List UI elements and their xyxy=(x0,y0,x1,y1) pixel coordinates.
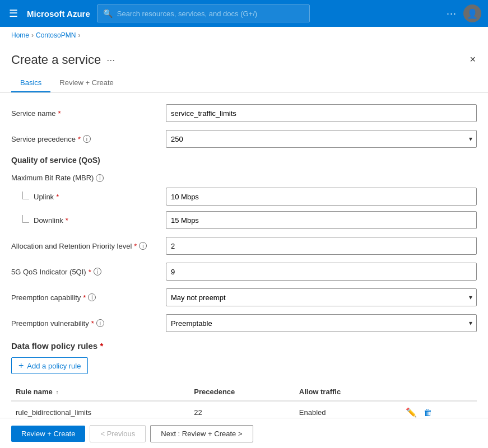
col-actions xyxy=(401,383,477,401)
preemption-cap-label: Preemption capability * i xyxy=(11,293,157,302)
qos-indicator-info-icon[interactable]: i xyxy=(94,268,101,276)
service-precedence-select[interactable]: 250 xyxy=(166,130,477,148)
previous-button[interactable]: < Previous xyxy=(90,425,146,442)
preemption-cap-row: Preemption capability * i May not preemp… xyxy=(11,288,477,306)
downlink-input[interactable] xyxy=(166,211,477,229)
panel-header: Create a service ··· Basics Review + Cre… xyxy=(0,44,488,93)
search-bar[interactable]: 🔍 xyxy=(97,4,310,22)
preemption-cap-select[interactable]: May not preempt May preempt xyxy=(166,288,477,306)
mbr-label-row: Maximum Bit Rate (MBR) i xyxy=(11,174,477,182)
breadcrumb-parent[interactable]: ContosoPMN xyxy=(36,31,76,39)
next-review-create-button[interactable]: Next : Review + Create > xyxy=(150,425,253,442)
mbr-info-icon[interactable]: i xyxy=(96,174,104,182)
col-precedence: Precedence xyxy=(189,383,294,401)
tab-review-create[interactable]: Review + Create xyxy=(50,74,122,92)
uplink-input[interactable] xyxy=(166,188,477,206)
qos-section-header: Quality of service (QoS) xyxy=(11,156,477,165)
preemption-cap-select-wrapper: May not preempt May preempt ▾ xyxy=(166,288,477,306)
sort-arrow-icon: ↑ xyxy=(55,389,58,395)
policy-rules-section-title: Data flow policy rules * xyxy=(11,341,477,351)
cell-allow-traffic: Enabled xyxy=(295,401,401,418)
cell-actions: ✏️ 🗑 xyxy=(401,401,477,418)
qos-indicator-label: 5G QoS Indicator (5QI) * i xyxy=(11,268,157,276)
more-options-icon[interactable]: ··· xyxy=(447,8,457,20)
service-precedence-select-wrapper: 250 ▾ xyxy=(166,130,477,148)
breadcrumb-sep-2: › xyxy=(78,31,80,39)
panel-title-row: Create a service ··· xyxy=(11,53,123,67)
plus-icon: + xyxy=(18,361,24,371)
add-policy-rule-button[interactable]: + Add a policy rule xyxy=(11,357,88,374)
col-allow-traffic: Allow traffic xyxy=(295,383,401,401)
top-navigation: ☰ Microsoft Azure 🔍 ··· 👤 xyxy=(0,0,488,27)
preemption-vuln-select[interactable]: Preemptable Not preemptable xyxy=(166,314,477,332)
uplink-row: Uplink * xyxy=(22,188,477,206)
search-icon: 🔍 xyxy=(103,9,113,18)
mbr-group: Maximum Bit Rate (MBR) i Uplink * Downl xyxy=(11,174,477,229)
hamburger-menu-icon[interactable]: ☰ xyxy=(7,5,20,22)
preemption-cap-info-icon[interactable]: i xyxy=(88,293,96,301)
arp-info-icon[interactable]: i xyxy=(139,242,147,250)
service-name-input[interactable] xyxy=(166,104,477,122)
qos-indicator-row: 5G QoS Indicator (5QI) * i xyxy=(11,263,477,281)
tab-basics[interactable]: Basics xyxy=(11,74,50,92)
app-title: Microsoft Azure xyxy=(27,9,90,18)
arp-input[interactable] xyxy=(166,237,477,255)
breadcrumb: Home › ContosoPMN › xyxy=(0,27,488,44)
tab-bar: Basics Review + Create xyxy=(11,74,123,92)
cell-rule-name: rule_bidirectional_limits xyxy=(11,401,189,418)
arp-label: Allocation and Retention Priority level … xyxy=(11,242,157,250)
table-row: rule_bidirectional_limits 22 Enabled ✏️ … xyxy=(11,401,477,418)
downlink-label: Downlink * xyxy=(22,216,157,225)
main-panel: Create a service ··· Basics Review + Cre… xyxy=(0,44,488,448)
review-create-button[interactable]: Review + Create xyxy=(11,426,85,442)
search-input[interactable] xyxy=(117,10,304,18)
panel-more-icon[interactable]: ··· xyxy=(106,54,115,66)
col-rule-name[interactable]: Rule name ↑ xyxy=(11,383,189,401)
edit-icon[interactable]: ✏️ xyxy=(406,407,417,418)
close-icon[interactable]: × xyxy=(468,53,477,67)
preemption-vuln-label: Preemption vulnerability * i xyxy=(11,319,157,328)
downlink-row: Downlink * xyxy=(22,211,477,229)
mbr-indent-group: Uplink * Downlink * xyxy=(22,188,477,229)
service-precedence-label: Service precedence * i xyxy=(11,135,157,143)
breadcrumb-sep-1: › xyxy=(31,31,34,39)
service-precedence-info-icon[interactable]: i xyxy=(83,135,91,143)
avatar-icon: 👤 xyxy=(467,8,478,19)
bottom-bar: Review + Create < Previous Next : Review… xyxy=(0,418,488,448)
tree-line-uplink xyxy=(22,192,29,199)
panel-title: Create a service xyxy=(11,53,101,67)
preemption-vuln-select-wrapper: Preemptable Not preemptable ▾ xyxy=(166,314,477,332)
mbr-label: Maximum Bit Rate (MBR) xyxy=(11,174,94,182)
qos-indicator-input[interactable] xyxy=(166,263,477,281)
service-precedence-row: Service precedence * i 250 ▾ xyxy=(11,130,477,148)
form-content: Service name * Service precedence * i 25… xyxy=(0,93,488,418)
table-header-row: Rule name ↑ Precedence Allow traffic xyxy=(11,383,477,401)
service-name-row: Service name * xyxy=(11,104,477,122)
required-marker: * xyxy=(58,109,61,118)
cell-precedence: 22 xyxy=(189,401,294,418)
tree-line-downlink xyxy=(22,215,29,223)
preemption-vuln-row: Preemption vulnerability * i Preemptable… xyxy=(11,314,477,332)
avatar[interactable]: 👤 xyxy=(463,4,481,22)
delete-icon[interactable]: 🗑 xyxy=(424,408,433,418)
breadcrumb-home[interactable]: Home xyxy=(11,31,29,39)
policy-rules-table: Rule name ↑ Precedence Allow traffic rul… xyxy=(11,383,477,418)
uplink-label: Uplink * xyxy=(22,193,157,201)
arp-row: Allocation and Retention Priority level … xyxy=(11,237,477,255)
nav-right-controls: ··· 👤 xyxy=(447,4,481,22)
service-name-label: Service name * xyxy=(11,109,157,118)
action-icons: ✏️ 🗑 xyxy=(406,407,472,418)
preemption-vuln-info-icon[interactable]: i xyxy=(96,319,104,327)
